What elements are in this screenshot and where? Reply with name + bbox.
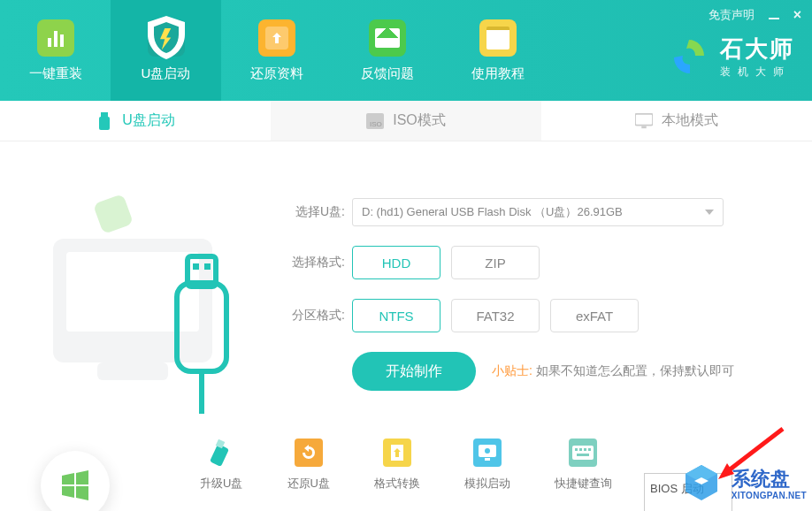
simulate-boot-icon bbox=[473, 439, 502, 467]
mode-tabs: U盘启动 ISO ISO模式 本地模式 bbox=[0, 101, 812, 141]
select-usb-label: 选择U盘: bbox=[283, 204, 345, 220]
format-option-hdd[interactable]: HDD bbox=[352, 246, 440, 279]
tab-label: 本地模式 bbox=[662, 111, 718, 130]
app-header: 一键重装 U盘启动 还原资料 反馈问题 使用教程 bbox=[0, 0, 812, 101]
partition-option-fat32[interactable]: FAT32 bbox=[451, 299, 540, 332]
usb-illustration bbox=[35, 168, 248, 416]
nav-usb-boot[interactable]: U盘启动 bbox=[111, 0, 221, 101]
tool-hotkey-lookup[interactable]: 快捷键查询 bbox=[555, 439, 612, 492]
svg-text:ISO: ISO bbox=[370, 120, 382, 128]
tab-iso-mode[interactable]: ISO ISO模式 bbox=[271, 101, 541, 141]
tool-simulate-boot[interactable]: 模拟启动 bbox=[464, 439, 510, 492]
tool-label: 快捷键查询 bbox=[555, 476, 612, 492]
svg-rect-12 bbox=[193, 263, 199, 270]
tab-usb-boot[interactable]: U盘启动 bbox=[0, 101, 271, 141]
nav-reinstall[interactable]: 一键重装 bbox=[0, 0, 111, 101]
tip-label: 小贴士: bbox=[492, 363, 532, 378]
usb-icon bbox=[96, 112, 113, 130]
tool-label: 还原U盘 bbox=[287, 476, 330, 492]
svg-rect-30 bbox=[577, 454, 589, 456]
start-button[interactable]: 开始制作 bbox=[352, 352, 476, 391]
nav-label: 一键重装 bbox=[29, 65, 82, 82]
nav-feedback[interactable]: 反馈问题 bbox=[332, 0, 442, 101]
nav-tutorial[interactable]: 使用教程 bbox=[442, 0, 553, 101]
tool-format-convert[interactable]: 格式转换 bbox=[374, 439, 420, 492]
main-panel: 选择U盘: D: (hd1) General USB Flash Disk （U… bbox=[0, 141, 812, 511]
svg-rect-28 bbox=[584, 448, 586, 451]
tool-label: 模拟启动 bbox=[464, 476, 510, 492]
svg-rect-9 bbox=[97, 362, 168, 380]
svg-rect-25 bbox=[572, 446, 594, 460]
watermark-logo-icon bbox=[677, 460, 726, 509]
svg-rect-26 bbox=[575, 448, 578, 451]
watermark-title: 系统盘 bbox=[732, 469, 807, 490]
upgrade-usb-icon bbox=[207, 439, 235, 467]
tab-label: ISO模式 bbox=[393, 111, 446, 130]
tip-text: 小贴士: 如果不知道怎么配置，保持默认即可 bbox=[492, 363, 734, 379]
usb-select-value: D: (hd1) General USB Flash Disk （U盘）26.9… bbox=[362, 204, 623, 220]
brand-title: 石大师 bbox=[720, 34, 794, 65]
tool-restore-usb[interactable]: 还原U盘 bbox=[287, 439, 330, 492]
svg-point-24 bbox=[485, 448, 490, 454]
close-button[interactable]: × bbox=[793, 7, 801, 23]
svg-rect-0 bbox=[101, 112, 108, 117]
primary-nav: 一键重装 U盘启动 还原资料 反馈问题 使用教程 bbox=[0, 0, 553, 101]
nav-label: 还原资料 bbox=[250, 65, 303, 82]
partition-option-ntfs[interactable]: NTFS bbox=[352, 299, 440, 332]
format-convert-icon bbox=[383, 439, 411, 467]
window-controls: 免责声明 × bbox=[709, 7, 801, 23]
restore-icon bbox=[258, 19, 295, 57]
bars-icon bbox=[37, 19, 74, 57]
partition-label: 分区格式: bbox=[283, 308, 345, 324]
svg-rect-4 bbox=[635, 113, 653, 125]
config-form: 选择U盘: D: (hd1) General USB Flash Disk （U… bbox=[283, 163, 785, 391]
svg-rect-5 bbox=[641, 126, 646, 128]
svg-rect-19 bbox=[210, 444, 229, 467]
format-option-zip[interactable]: ZIP bbox=[451, 246, 540, 279]
tutorial-icon bbox=[479, 19, 517, 57]
tool-label: 升级U盘 bbox=[200, 476, 242, 492]
nav-label: 使用教程 bbox=[471, 65, 525, 82]
tip-content: 如果不知道怎么配置，保持默认即可 bbox=[536, 363, 734, 378]
minimize-button[interactable] bbox=[769, 9, 779, 22]
format-label: 选择格式: bbox=[283, 255, 345, 271]
svg-rect-29 bbox=[588, 448, 591, 451]
tool-upgrade-usb[interactable]: 升级U盘 bbox=[200, 439, 242, 492]
svg-rect-6 bbox=[93, 194, 134, 234]
nav-label: U盘启动 bbox=[142, 65, 191, 82]
nav-restore[interactable]: 还原资料 bbox=[221, 0, 332, 101]
hotkey-icon bbox=[569, 439, 597, 467]
svg-rect-1 bbox=[99, 117, 110, 130]
watermark: 系统盘 XITONGPAN.NET bbox=[677, 460, 807, 509]
tab-local-mode[interactable]: 本地模式 bbox=[541, 101, 812, 141]
brand-subtitle: 装机大师 bbox=[720, 65, 794, 80]
nav-label: 反馈问题 bbox=[361, 65, 414, 82]
svg-rect-13 bbox=[204, 263, 211, 270]
watermark-url: XITONGPAN.NET bbox=[732, 491, 807, 500]
svg-rect-23 bbox=[485, 458, 490, 461]
partition-option-exfat[interactable]: exFAT bbox=[550, 299, 639, 332]
brand-logo-icon bbox=[669, 36, 709, 77]
tool-label: 格式转换 bbox=[374, 476, 420, 492]
chevron-down-icon bbox=[705, 210, 714, 215]
monitor-icon bbox=[635, 112, 653, 130]
tab-label: U盘启动 bbox=[122, 111, 175, 130]
restore-usb-icon bbox=[295, 439, 323, 467]
feedback-icon bbox=[369, 19, 406, 57]
iso-icon: ISO bbox=[366, 112, 384, 130]
shield-icon bbox=[148, 19, 185, 57]
svg-rect-27 bbox=[579, 448, 582, 451]
disclaimer-link[interactable]: 免责声明 bbox=[709, 7, 755, 23]
usb-select[interactable]: D: (hd1) General USB Flash Disk （U盘）26.9… bbox=[352, 198, 724, 226]
brand: 石大师 装机大师 bbox=[669, 34, 794, 80]
